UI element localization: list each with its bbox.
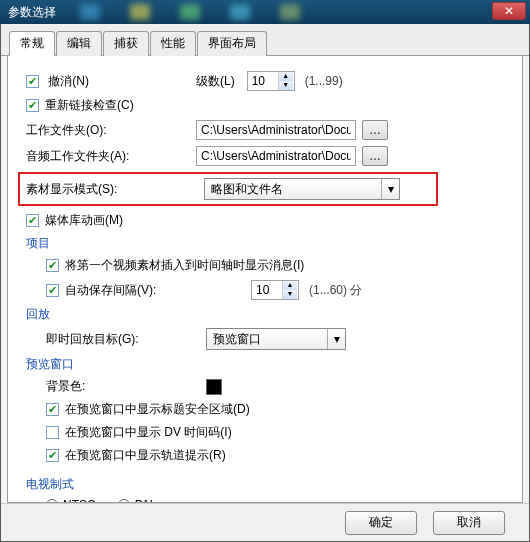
dv-tc-checkbox[interactable] xyxy=(46,426,59,439)
autosave-spinner[interactable]: ▲▼ xyxy=(251,280,299,300)
dialog-footer: 确定 取消 xyxy=(1,503,529,541)
safe-area-checkbox[interactable] xyxy=(46,403,59,416)
recheck-links-checkbox[interactable] xyxy=(26,99,39,112)
levels-hint: (1...99) xyxy=(305,74,343,88)
work-folder-browse-button[interactable]: … xyxy=(362,120,388,140)
tab-edit[interactable]: 编辑 xyxy=(56,31,102,56)
tab-layout[interactable]: 界面布局 xyxy=(197,31,267,56)
chevron-down-icon: ▾ xyxy=(327,329,345,349)
tab-page-general: 撤消(N) 级数(L) ▲▼ (1...99) 重新链接检查(C) 工作文件夹(… xyxy=(7,56,523,503)
clip-display-highlight: 素材显示模式(S): 略图和文件名 ▾ xyxy=(18,172,438,206)
work-folder-label: 工作文件夹(O): xyxy=(26,122,196,139)
autosave-input[interactable] xyxy=(252,281,282,299)
insert-msg-checkbox[interactable] xyxy=(46,259,59,272)
section-project-header: 项目 xyxy=(26,235,504,252)
audio-folder-browse-button[interactable]: … xyxy=(362,146,388,166)
spinner-up-icon[interactable]: ▲ xyxy=(279,72,293,81)
autosave-hint: (1...60) 分 xyxy=(309,282,362,299)
clip-display-select[interactable]: 略图和文件名 ▾ xyxy=(204,178,400,200)
tab-general[interactable]: 常规 xyxy=(9,31,55,56)
tab-capture[interactable]: 捕获 xyxy=(103,31,149,56)
audio-folder-label: 音频工作文件夹(A): xyxy=(26,148,196,165)
autosave-checkbox[interactable] xyxy=(46,284,59,297)
recheck-links-label: 重新链接检查(C) xyxy=(45,97,134,114)
track-hint-checkbox[interactable] xyxy=(46,449,59,462)
undo-checkbox[interactable] xyxy=(26,75,39,88)
media-anim-checkbox[interactable] xyxy=(26,214,39,227)
cancel-button[interactable]: 取消 xyxy=(433,511,505,535)
work-folder-input[interactable] xyxy=(196,120,356,140)
autosave-label: 自动保存间隔(V): xyxy=(65,282,251,299)
tab-strip: 常规 编辑 捕获 性能 界面布局 xyxy=(1,24,529,56)
section-tv-header: 电视制式 xyxy=(26,476,504,493)
clip-display-label: 素材显示模式(S): xyxy=(26,181,204,198)
clip-display-value: 略图和文件名 xyxy=(211,181,283,198)
playback-target-select[interactable]: 预览窗口 ▾ xyxy=(206,328,346,350)
levels-spinner[interactable]: ▲▼ xyxy=(247,71,295,91)
spinner-up-icon[interactable]: ▲ xyxy=(283,281,297,290)
levels-input[interactable] xyxy=(248,72,278,90)
bg-color-label: 背景色: xyxy=(46,378,206,395)
close-button[interactable]: ✕ xyxy=(492,2,526,20)
undo-label: 撤消(N) xyxy=(48,74,89,88)
spinner-down-icon[interactable]: ▼ xyxy=(283,290,297,299)
media-anim-label: 媒体库动画(M) xyxy=(45,212,123,229)
insert-msg-label: 将第一个视频素材插入到时间轴时显示消息(I) xyxy=(65,257,304,274)
tab-performance[interactable]: 性能 xyxy=(150,31,196,56)
playback-target-label: 即时回放目标(G): xyxy=(46,331,206,348)
section-playback-header: 回放 xyxy=(26,306,504,323)
dv-tc-label: 在预览窗口中显示 DV 时间码(I) xyxy=(65,424,232,441)
levels-label: 级数(L) xyxy=(196,73,235,90)
audio-folder-input[interactable] xyxy=(196,146,356,166)
title-bar: 参数选择 ✕ xyxy=(0,0,530,24)
track-hint-label: 在预览窗口中显示轨道提示(R) xyxy=(65,447,226,464)
bg-color-swatch[interactable] xyxy=(206,379,222,395)
section-preview-header: 预览窗口 xyxy=(26,356,504,373)
ok-button[interactable]: 确定 xyxy=(345,511,417,535)
spinner-down-icon[interactable]: ▼ xyxy=(279,81,293,90)
chevron-down-icon: ▾ xyxy=(381,179,399,199)
safe-area-label: 在预览窗口中显示标题安全区域(D) xyxy=(65,401,250,418)
window-title: 参数选择 xyxy=(8,4,56,21)
playback-target-value: 预览窗口 xyxy=(213,331,261,348)
